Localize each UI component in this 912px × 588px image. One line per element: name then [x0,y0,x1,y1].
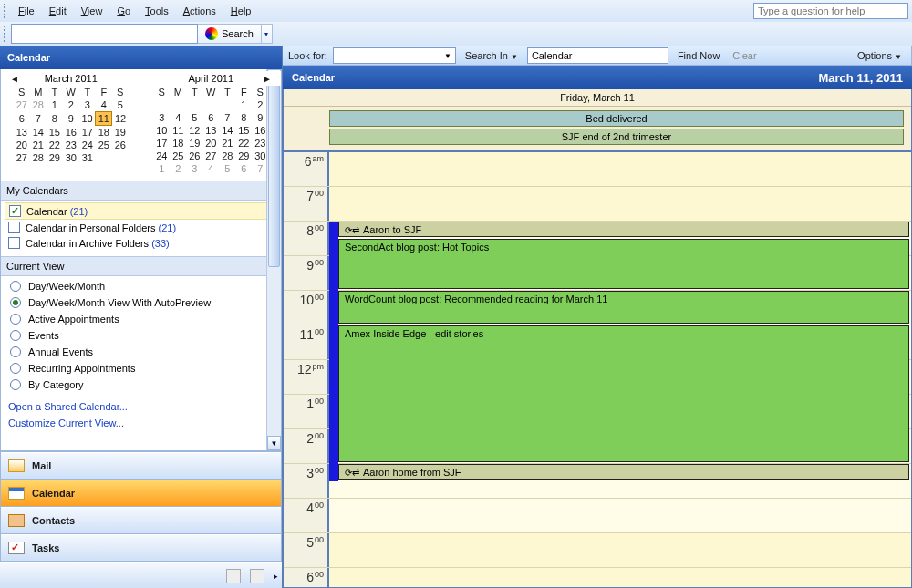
calendar-day[interactable]: 1 [153,162,170,175]
search-button[interactable]: Search [198,24,262,44]
calendar-day[interactable]: 8 [47,112,63,126]
sidebar-scrollbar[interactable]: ▲ ▼ [266,69,281,450]
calendar-day[interactable]: 12 [186,124,202,137]
calendar-day[interactable]: 1 [47,98,63,112]
calendar-day[interactable]: 19 [186,137,202,150]
calendar-day[interactable]: 1 [235,98,252,111]
calendar-day[interactable]: 7 [219,111,235,124]
calendar-day[interactable]: 9 [63,112,79,126]
calendar-day[interactable]: 22 [235,137,252,150]
calendar-day[interactable]: 28 [30,151,47,164]
view-radio-row[interactable]: Day/Week/Month [5,278,277,294]
calendar-day[interactable]: 6 [202,111,219,124]
radio[interactable] [10,363,21,374]
time-grid[interactable]: ⟳⇄Aaron to SJFSecondAct blog post: Hot T… [284,152,911,587]
calendar-day[interactable]: 7 [30,112,47,126]
calendar-day[interactable]: 14 [30,126,47,139]
calendar-day[interactable]: 27 [14,98,30,112]
calendar-day[interactable]: 5 [112,98,129,112]
radio[interactable] [10,379,21,390]
nav-calendar[interactable]: Calendar [1,480,281,507]
calendar-day[interactable]: 2 [63,98,79,112]
mini-calendar-march[interactable]: ◄March 2011SMTWTFS2728123456789101112131… [1,71,141,175]
search-input[interactable] [11,24,198,44]
calendar-day[interactable]: 10 [153,124,170,137]
calendar-checkbox-row[interactable]: Calendar (21) [5,202,277,220]
calendar-day[interactable]: 10 [79,112,96,126]
calendar-day[interactable]: 16 [63,126,79,139]
calendar-day[interactable]: 17 [153,137,170,150]
nav-configure-chevron[interactable]: ▸ [274,572,278,581]
calendar-day[interactable]: 29 [235,150,252,162]
nav-tasks[interactable]: Tasks [1,534,281,562]
calendar-day[interactable]: 25 [96,139,112,151]
calendar-day[interactable]: 26 [112,139,129,151]
calendar-day[interactable]: 28 [30,98,47,112]
calendar-day[interactable] [153,98,170,111]
calendar-checkbox-row[interactable]: Calendar in Archive Folders (33) [5,235,277,251]
scroll-down-button[interactable]: ▼ [267,436,281,450]
calendar-day[interactable]: 19 [112,126,129,139]
search-dropdown[interactable]: ▾ [262,24,273,44]
section-my-calendars-head[interactable]: My Calendars [1,181,281,201]
calendar-checkbox-row[interactable]: Calendar in Personal Folders (21) [5,220,277,235]
nav-mail[interactable]: Mail [1,452,281,480]
calendar-day[interactable]: 12 [112,112,129,126]
calendar-day[interactable]: 23 [63,139,79,151]
calendar-day[interactable]: 29 [47,151,63,164]
radio[interactable] [10,330,21,341]
toolbar-grip[interactable] [4,26,7,42]
calendar-day[interactable]: 28 [219,150,235,162]
radio[interactable] [10,281,21,292]
view-radio-row[interactable]: Recurring Appointments [5,360,277,377]
searchin-field[interactable] [527,47,668,64]
menu-tools[interactable]: Tools [138,3,176,19]
calendar-day[interactable]: 18 [96,126,112,139]
calendar-day[interactable] [219,98,235,111]
calendar-day[interactable]: 21 [30,139,47,151]
nav-mini-button-1[interactable] [226,569,241,583]
calendar-day[interactable]: 8 [235,111,252,124]
nav-contacts[interactable]: Contacts [1,507,281,534]
menu-view[interactable]: View [74,3,110,19]
calendar-day[interactable]: 11 [96,112,112,126]
help-search-input[interactable] [753,3,908,19]
checkbox[interactable] [8,222,20,233]
sidebar-link[interactable]: Customize Current View... [1,415,281,431]
calendar-day[interactable]: 6 [14,112,30,126]
appointment[interactable]: WordCount blog post: Recommended reading… [338,291,909,324]
calendar-day[interactable]: 4 [96,98,112,112]
next-month-button[interactable]: ► [257,74,277,84]
calendar-day[interactable]: 5 [186,111,202,124]
calendar-day[interactable]: 15 [235,124,252,137]
checkbox[interactable] [9,205,21,217]
calendar-day[interactable]: 3 [153,111,170,124]
calendar-day[interactable]: 4 [170,111,186,124]
radio[interactable] [10,297,21,308]
menu-help[interactable]: Help [223,3,259,19]
menu-go[interactable]: Go [109,3,138,19]
calendar-day[interactable]: 3 [186,162,202,175]
calendar-day[interactable]: 13 [202,124,219,137]
calendar-day[interactable]: 13 [14,126,30,139]
radio[interactable] [10,346,21,357]
searchin-button[interactable]: Search In ▼ [461,50,522,61]
calendar-day[interactable]: 2 [170,162,186,175]
menu-file[interactable]: File [11,3,42,19]
calendar-day[interactable]: 31 [79,151,96,164]
radio[interactable] [10,314,21,325]
allday-event[interactable]: Bed delivered [329,110,904,127]
calendar-day[interactable]: 30 [63,151,79,164]
calendar-day[interactable]: 24 [79,139,96,151]
menu-actions[interactable]: Actions [176,3,223,19]
calendar-day[interactable]: 24 [153,150,170,162]
options-button[interactable]: Options ▼ [854,50,906,61]
view-radio-row[interactable]: Events [5,327,277,344]
findnow-button[interactable]: Find Now [674,50,723,61]
calendar-day[interactable]: 5 [219,162,235,175]
appointment[interactable]: ⟳⇄Aaron home from SJF [338,464,909,480]
calendar-day[interactable]: 27 [14,151,30,164]
view-radio-row[interactable]: Day/Week/Month View With AutoPreview [5,294,277,311]
appointment[interactable]: ⟳⇄Aaron to SJF [338,222,909,237]
calendar-day[interactable]: 14 [219,124,235,137]
